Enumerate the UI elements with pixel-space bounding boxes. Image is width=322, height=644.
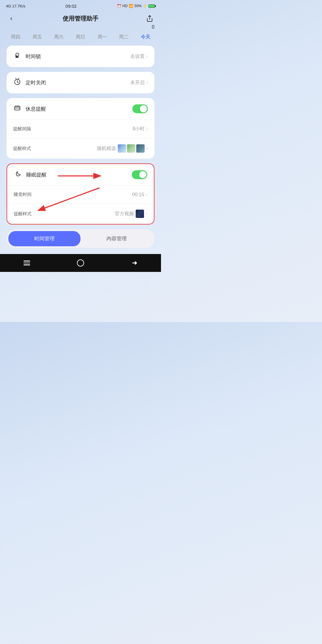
bottom-tabs: 时间管理 内容管理 xyxy=(7,229,154,248)
rest-reminder-toggle[interactable] xyxy=(132,104,148,113)
page-title: 使用管理助手 xyxy=(63,15,98,23)
status-network: 4G 17.7K/s xyxy=(6,4,25,8)
time-lock-action: 去设置 xyxy=(130,53,145,60)
rest-style-label: 提醒样式 xyxy=(13,146,31,151)
svg-line-7 xyxy=(16,78,16,79)
rest-reminder-interval-row[interactable]: 提醒间隔 8小时 › xyxy=(7,120,154,138)
rest-reminder-icon xyxy=(13,104,21,114)
svg-point-1 xyxy=(16,53,19,56)
rest-reminder-card: 休息提醒 提醒间隔 8小时 › 提醒样式 随机精选 › xyxy=(7,98,154,159)
sleep-thumbnails xyxy=(136,210,144,218)
share-button[interactable] xyxy=(144,13,155,24)
sleep-time-label: 睡觉时间 xyxy=(14,192,32,197)
sleep-time-row[interactable]: 睡觉时间 00:15 › xyxy=(7,185,154,203)
nav-back-button[interactable] xyxy=(127,256,141,270)
nav-menu-button[interactable] xyxy=(20,256,34,270)
thumb-2 xyxy=(127,144,135,153)
timer-off-icon xyxy=(13,78,21,87)
hd-badge: HD xyxy=(123,4,128,8)
tab-time-management[interactable]: 时间管理 xyxy=(8,231,80,246)
sleep-time-chevron: › xyxy=(146,192,147,197)
sleep-style-label: 提醒样式 xyxy=(14,211,32,217)
thumb-3 xyxy=(136,144,145,153)
time-lock-card: 时间锁 去设置 › xyxy=(7,46,154,67)
home-icon xyxy=(77,259,84,267)
status-bar: 4G 17.7K/s 09:02 ⏰ HD 📶 50% ⚡ xyxy=(0,0,161,11)
nav-bar xyxy=(0,254,161,272)
sleep-reminder-toggle[interactable] xyxy=(132,170,147,179)
svg-line-8 xyxy=(18,78,19,79)
interval-chevron: › xyxy=(146,127,148,131)
sleep-style-row[interactable]: 提醒样式 官方视频 › xyxy=(7,203,154,224)
time-lock-row[interactable]: 时间锁 去设置 › xyxy=(7,46,154,67)
sleep-thumb xyxy=(136,210,144,218)
time-lock-label: 时间锁 xyxy=(26,53,41,60)
sleep-style-value: 官方视频 xyxy=(115,211,134,217)
svg-line-6 xyxy=(17,82,18,83)
sleep-reminder-icon xyxy=(14,170,22,179)
tab-tue[interactable]: 周二 xyxy=(117,33,131,41)
timer-off-label: 定时关闭 xyxy=(26,79,46,86)
tab-sat[interactable]: 周六 xyxy=(52,33,66,41)
status-time: 09:02 xyxy=(66,4,77,9)
nav-home-button[interactable] xyxy=(73,256,88,270)
header: ‹ 使用管理助手 xyxy=(0,11,161,26)
tab-fri[interactable]: 周五 xyxy=(30,33,44,41)
thumb-1 xyxy=(118,144,126,153)
timer-off-row[interactable]: 定时关闭 未开启 › xyxy=(7,72,154,93)
svg-point-3 xyxy=(17,56,18,57)
interval-label: 提醒间隔 xyxy=(13,126,31,132)
charging-icon: ⚡ xyxy=(143,4,147,8)
tab-mon[interactable]: 周一 xyxy=(95,33,109,41)
back-arrow-icon xyxy=(131,260,137,266)
tab-content-management[interactable]: 内容管理 xyxy=(80,231,153,246)
rest-thumbnails xyxy=(118,144,145,153)
tab-thu[interactable]: 周四 xyxy=(8,33,23,41)
rest-reminder-style-row[interactable]: 提醒样式 随机精选 › xyxy=(7,138,154,159)
timer-off-action: 未开启 xyxy=(130,80,145,86)
timer-off-card: 定时关闭 未开启 › xyxy=(7,72,154,93)
time-lock-chevron: › xyxy=(146,54,148,59)
sleep-reminder-card: 睡眠提醒 睡觉时间 00:15 › 提醒样式 官方视频 › xyxy=(7,163,154,225)
day-tabs: 周四 周五 周六 周日 周一 周二 今天 xyxy=(0,31,161,46)
rest-reminder-main-row: 休息提醒 xyxy=(7,98,154,120)
time-lock-icon xyxy=(13,52,21,61)
wifi-icon: 📶 xyxy=(129,4,133,8)
sleep-reminder-label: 睡眠提醒 xyxy=(26,171,47,178)
tab-sun[interactable]: 周日 xyxy=(73,33,88,41)
rest-style-chevron: › xyxy=(146,146,148,151)
menu-icon xyxy=(24,261,30,265)
battery-percent: 50% xyxy=(134,4,142,8)
sleep-style-chevron: › xyxy=(146,211,147,216)
sleep-time-value: 00:15 xyxy=(132,192,144,197)
rest-style-value: 随机精选 xyxy=(97,145,116,152)
alarm-icon: ⏰ xyxy=(117,4,121,8)
back-button[interactable]: ‹ xyxy=(6,13,17,24)
tab-today[interactable]: 今天 xyxy=(138,33,153,41)
timer-off-chevron: › xyxy=(146,80,148,85)
rest-reminder-label: 休息提醒 xyxy=(26,106,46,112)
status-right: ⏰ HD 📶 50% ⚡ xyxy=(117,4,155,8)
battery-icon xyxy=(148,4,155,8)
sleep-reminder-main-row: 睡眠提醒 xyxy=(7,164,154,185)
interval-value: 8小时 xyxy=(132,126,145,132)
